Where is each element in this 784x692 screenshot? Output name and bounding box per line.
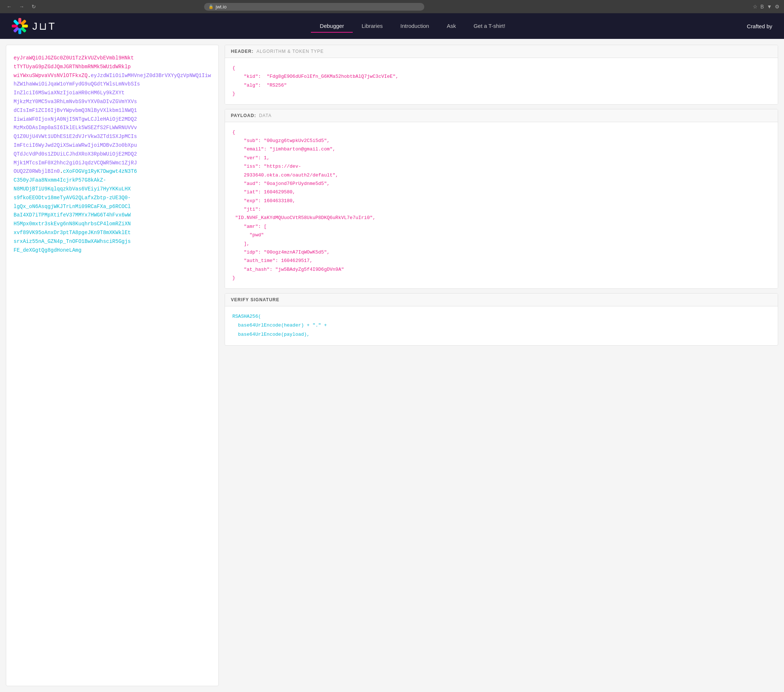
crafted-by: Crafted by bbox=[747, 23, 772, 30]
address-bar[interactable]: 🔒 jwt.io bbox=[204, 3, 424, 11]
payload-aud-key: "aud" bbox=[244, 181, 258, 186]
payload-sub-val: "00ugzg6twpkUv2C5i5d5" bbox=[264, 138, 327, 143]
header-close-brace: } bbox=[232, 91, 235, 97]
header-open-brace: { bbox=[232, 65, 235, 71]
browser-chrome: ← → ↻ 🔒 jwt.io ☆ B ▼ ⚙ bbox=[0, 0, 784, 13]
verify-section: VERIFY SIGNATURE RSASHA256( base64UrlEnc… bbox=[225, 293, 778, 346]
payload-section-body: { "sub": "00ugzg6twpkUv2C5i5d5", "email"… bbox=[225, 122, 778, 288]
logo-text: J⊔T bbox=[32, 20, 56, 32]
payload-sub-key: "sub" bbox=[244, 138, 258, 143]
nav-libraries[interactable]: Libraries bbox=[353, 20, 392, 33]
payload-authtime-key: "auth_time" bbox=[244, 258, 275, 263]
right-panel: HEADER: ALGORITHM & TOKEN TYPE { "kid": … bbox=[225, 45, 778, 686]
verify-fn-name: RSASHA256( bbox=[232, 314, 261, 319]
header-label: HEADER: bbox=[231, 49, 254, 54]
payload-sublabel: DATA bbox=[259, 113, 272, 118]
svg-rect-4 bbox=[18, 28, 21, 34]
settings-icon[interactable]: ⚙ bbox=[775, 4, 780, 10]
header-alg-key: "alg" bbox=[244, 82, 258, 88]
payload-amr-key: "amr" bbox=[244, 224, 258, 229]
verify-line2: base64UrlEncode(payload), bbox=[238, 332, 310, 337]
bookmark-icon[interactable]: ☆ bbox=[753, 4, 758, 10]
verify-section-title: VERIFY SIGNATURE bbox=[225, 294, 778, 306]
dot-1: . bbox=[88, 72, 91, 79]
payload-jti-val: "ID.NVHF_KaKYdMQUuoCVtR58UkuP8DKQ6uRkVL7… bbox=[235, 215, 372, 220]
payload-ver-key: "ver" bbox=[244, 155, 258, 161]
nav-debugger[interactable]: Debugger bbox=[311, 20, 353, 33]
payload-iss-key: "iss" bbox=[244, 164, 258, 169]
navbar-links: Debugger Libraries Introduction Ask Get … bbox=[78, 20, 747, 33]
token-signature-text: cXoFOGVg1RyK7Dwgwt4zN3T6C350yJFaa8Nxmm4I… bbox=[13, 168, 137, 253]
payload-iat-key: "iat" bbox=[244, 189, 258, 195]
main-navbar: J⊔T Debugger Libraries Introduction Ask … bbox=[0, 13, 784, 39]
lock-icon: 🔒 bbox=[209, 4, 214, 9]
token-panel[interactable]: eyJraWQiOiJGZGc0Z0U1TzZkVUZvbEVmbl9HNktt… bbox=[6, 45, 219, 686]
forward-button[interactable]: → bbox=[17, 3, 26, 10]
logo[interactable]: J⊔T bbox=[12, 18, 56, 34]
payload-idp-val: "00ogz4mznA7IqWOwK5d5" bbox=[264, 250, 327, 255]
header-kid-key: "kid" bbox=[244, 74, 258, 79]
main-content: eyJraWQiOiJGZGc0Z0U1TzZkVUZvbEVmbl9HNktt… bbox=[0, 39, 784, 692]
svg-rect-0 bbox=[18, 18, 21, 24]
svg-rect-6 bbox=[12, 25, 18, 28]
payload-ver-val: 1 bbox=[264, 155, 267, 161]
header-sublabel: ALGORITHM & TOKEN TYPE bbox=[257, 49, 324, 54]
payload-athash-val: "jw5BAdyZg5f4I9D6gDVn9A" bbox=[275, 267, 344, 272]
payload-label: PAYLOAD: bbox=[231, 113, 256, 118]
verify-line1: base64UrlEncode(header) + "." + bbox=[238, 322, 327, 328]
nav-introduction[interactable]: Introduction bbox=[392, 20, 438, 33]
svg-rect-2 bbox=[22, 25, 28, 28]
jwt-logo-icon bbox=[12, 18, 28, 34]
payload-iat-val: 1604629580 bbox=[264, 189, 293, 195]
token-payload-text: eyJzdWIiOiIwMHVnejZ0d3BrVXYyQzVpNWQ1Iiwh… bbox=[13, 72, 211, 175]
payload-section: PAYLOAD: DATA { "sub": "00ugzg6twpkUv2C5… bbox=[225, 109, 778, 289]
header-alg-val: "RS256" bbox=[264, 82, 287, 88]
browser-action-icons: ☆ B ▼ ⚙ bbox=[753, 4, 780, 10]
payload-section-title: PAYLOAD: DATA bbox=[225, 109, 778, 122]
payload-aud-val: "0oajond76PrUydnme5d5" bbox=[264, 181, 327, 186]
header-section-body: { "kid": "Fdg8gE9O6dUFolEfn_G6KMa52hobtb… bbox=[225, 58, 778, 104]
nav-ask[interactable]: Ask bbox=[438, 20, 464, 33]
url-text: jwt.io bbox=[216, 4, 227, 10]
header-section-title: HEADER: ALGORITHM & TOKEN TYPE bbox=[225, 45, 778, 58]
verify-section-body: RSASHA256( base64UrlEncode(header) + "."… bbox=[225, 306, 778, 345]
payload-athash-key: "at_hash" bbox=[244, 267, 269, 272]
payload-open-brace: { bbox=[232, 130, 235, 135]
nav-tshirt[interactable]: Get a T-shirt! bbox=[464, 20, 514, 33]
payload-email-key: "email" bbox=[244, 146, 264, 152]
payload-amr-val: "pwd" bbox=[250, 232, 264, 238]
refresh-button[interactable]: ↻ bbox=[30, 3, 38, 10]
payload-email-val: "jimhbarton@gmail.com" bbox=[269, 146, 333, 152]
payload-close-brace: } bbox=[232, 275, 235, 281]
extension-icon-v[interactable]: ▼ bbox=[767, 4, 772, 10]
payload-exp-val: 1604633180 bbox=[264, 198, 293, 204]
payload-jti-key: "jti" bbox=[244, 207, 258, 212]
back-button[interactable]: ← bbox=[4, 3, 14, 10]
header-kid-val: "Fdg8gE9O6dUFolEfn_G6KMa52hobtbAlQ7jwC3c… bbox=[264, 74, 396, 79]
extension-icon-b[interactable]: B bbox=[761, 4, 764, 10]
verify-label: VERIFY SIGNATURE bbox=[231, 297, 279, 302]
payload-idp-key: "idp" bbox=[244, 250, 258, 255]
payload-exp-key: "exp" bbox=[244, 198, 258, 204]
payload-authtime-val: 1604629517 bbox=[281, 258, 310, 263]
header-section: HEADER: ALGORITHM & TOKEN TYPE { "kid": … bbox=[225, 45, 778, 105]
